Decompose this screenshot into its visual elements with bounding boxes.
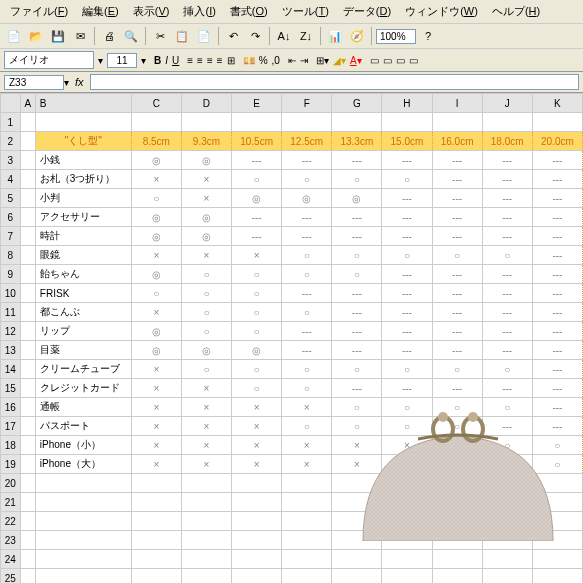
data-cell[interactable]: ---: [532, 189, 582, 208]
data-cell[interactable]: ---: [482, 303, 532, 322]
mail-icon[interactable]: ✉: [70, 26, 90, 46]
data-cell[interactable]: ○: [332, 246, 382, 265]
row-header[interactable]: 9: [1, 265, 21, 284]
data-cell[interactable]: ○: [282, 265, 332, 284]
row-header[interactable]: 11: [1, 303, 21, 322]
font-color-icon[interactable]: A▾: [350, 55, 362, 66]
data-cell[interactable]: ---: [382, 303, 432, 322]
data-cell[interactable]: ---: [532, 170, 582, 189]
menu-item[interactable]: データ(D): [337, 2, 397, 21]
border-icon[interactable]: ⊞▾: [316, 55, 329, 66]
indent-dec-icon[interactable]: ⇤: [288, 55, 296, 66]
data-cell[interactable]: ×: [232, 455, 282, 474]
data-cell[interactable]: ---: [332, 227, 382, 246]
data-cell[interactable]: ---: [432, 341, 482, 360]
italic-icon[interactable]: I: [165, 55, 168, 66]
data-cell[interactable]: ×: [282, 398, 332, 417]
data-cell[interactable]: ×: [181, 379, 231, 398]
data-cell[interactable]: ◎: [282, 189, 332, 208]
data-cell[interactable]: ×: [181, 436, 231, 455]
extra-3-icon[interactable]: ▭: [396, 55, 405, 66]
paste-icon[interactable]: 📄: [194, 26, 214, 46]
data-cell[interactable]: ○: [232, 360, 282, 379]
menu-item[interactable]: 書式(O): [224, 2, 274, 21]
data-cell[interactable]: ○: [382, 170, 432, 189]
data-cell[interactable]: ○: [532, 436, 582, 455]
data-cell[interactable]: ---: [232, 208, 282, 227]
currency-icon[interactable]: 💴: [243, 55, 255, 66]
row-header[interactable]: 16: [1, 398, 21, 417]
data-cell[interactable]: ○: [482, 398, 532, 417]
data-cell[interactable]: ---: [532, 246, 582, 265]
data-cell[interactable]: ○: [382, 417, 432, 436]
data-cell[interactable]: ◎: [232, 341, 282, 360]
data-cell[interactable]: ○: [232, 265, 282, 284]
data-cell[interactable]: ×: [181, 417, 231, 436]
bold-icon[interactable]: B: [154, 55, 161, 66]
data-cell[interactable]: ○: [232, 379, 282, 398]
row-header[interactable]: 19: [1, 455, 21, 474]
align-right-icon[interactable]: ≡: [207, 55, 213, 66]
data-cell[interactable]: ○: [532, 455, 582, 474]
data-cell[interactable]: ---: [482, 170, 532, 189]
data-cell[interactable]: ---: [482, 322, 532, 341]
font-name-select[interactable]: メイリオ: [4, 51, 94, 69]
data-cell[interactable]: ---: [382, 322, 432, 341]
data-cell[interactable]: ---: [482, 379, 532, 398]
data-cell[interactable]: ×: [131, 436, 181, 455]
data-cell[interactable]: ---: [332, 341, 382, 360]
data-cell[interactable]: ---: [432, 170, 482, 189]
row-header[interactable]: 18: [1, 436, 21, 455]
data-cell[interactable]: ---: [532, 322, 582, 341]
menu-item[interactable]: ファイル(F): [4, 2, 74, 21]
data-cell[interactable]: ---: [532, 398, 582, 417]
data-cell[interactable]: ---: [432, 189, 482, 208]
data-cell[interactable]: ---: [332, 379, 382, 398]
data-cell[interactable]: ---: [432, 151, 482, 170]
data-cell[interactable]: ---: [282, 227, 332, 246]
menu-item[interactable]: 挿入(I): [177, 2, 221, 21]
data-cell[interactable]: ○: [282, 170, 332, 189]
formula-input[interactable]: [90, 74, 579, 90]
row-header[interactable]: 14: [1, 360, 21, 379]
data-cell[interactable]: ×: [181, 189, 231, 208]
data-cell[interactable]: ◎: [332, 189, 382, 208]
chart-icon[interactable]: 📊: [325, 26, 345, 46]
data-cell[interactable]: ○: [232, 322, 282, 341]
data-cell[interactable]: ○: [282, 379, 332, 398]
align-left-icon[interactable]: ≡: [187, 55, 193, 66]
data-cell[interactable]: ---: [482, 189, 532, 208]
col-header[interactable]: I: [432, 94, 482, 113]
data-cell[interactable]: ○: [232, 303, 282, 322]
data-cell[interactable]: ×: [232, 246, 282, 265]
data-cell[interactable]: ---: [282, 151, 332, 170]
data-cell[interactable]: ◎: [131, 208, 181, 227]
data-cell[interactable]: ○: [232, 170, 282, 189]
row-header[interactable]: 4: [1, 170, 21, 189]
data-cell[interactable]: ×: [181, 398, 231, 417]
col-header[interactable]: A: [20, 94, 35, 113]
data-cell[interactable]: ○: [332, 398, 382, 417]
row-header[interactable]: 7: [1, 227, 21, 246]
data-cell[interactable]: ○: [382, 246, 432, 265]
data-cell[interactable]: ×: [181, 246, 231, 265]
data-cell[interactable]: ---: [432, 284, 482, 303]
data-cell[interactable]: ○: [382, 360, 432, 379]
data-cell[interactable]: ---: [332, 208, 382, 227]
col-header[interactable]: F: [282, 94, 332, 113]
data-cell[interactable]: ---: [432, 227, 482, 246]
data-cell[interactable]: ○: [432, 398, 482, 417]
data-cell[interactable]: ×: [282, 436, 332, 455]
sort-desc-icon[interactable]: Z↓: [296, 26, 316, 46]
row-header[interactable]: 3: [1, 151, 21, 170]
data-cell[interactable]: ---: [432, 379, 482, 398]
col-header[interactable]: J: [482, 94, 532, 113]
row-header[interactable]: 24: [1, 550, 21, 569]
data-cell[interactable]: ×: [131, 360, 181, 379]
data-cell[interactable]: ×: [131, 417, 181, 436]
menu-item[interactable]: 表示(V): [127, 2, 176, 21]
fx-icon[interactable]: fx: [75, 76, 84, 88]
data-cell[interactable]: ---: [532, 265, 582, 284]
data-cell[interactable]: ---: [482, 417, 532, 436]
cut-icon[interactable]: ✂: [150, 26, 170, 46]
